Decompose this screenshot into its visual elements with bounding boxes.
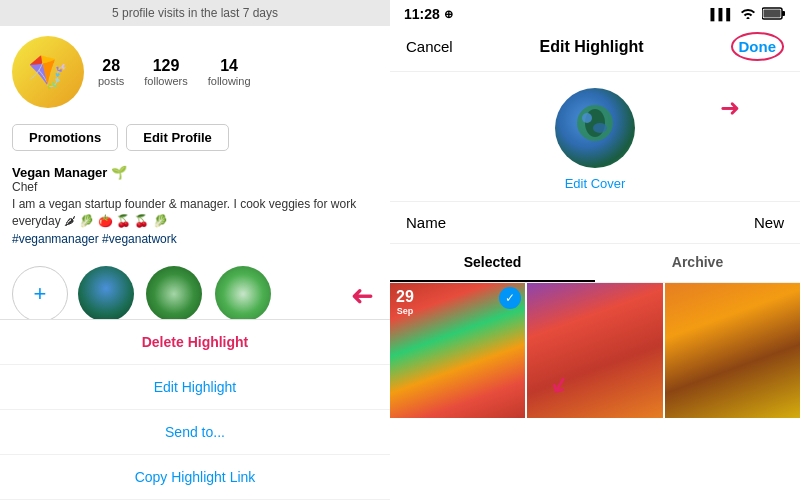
followers-number: 129 bbox=[153, 57, 180, 75]
followers-label: followers bbox=[144, 75, 187, 87]
date-month: Sep bbox=[396, 306, 414, 317]
cover-section: Edit Cover bbox=[390, 72, 800, 201]
visits-text: 5 profile visits in the last 7 days bbox=[112, 6, 278, 20]
posts-label: posts bbox=[98, 75, 124, 87]
left-panel: 5 profile visits in the last 7 days 🪁 28… bbox=[0, 0, 390, 500]
profile-tags: #veganmanager #veganatwork bbox=[12, 232, 378, 246]
following-number: 14 bbox=[220, 57, 238, 75]
following-stat: 14 following bbox=[208, 57, 251, 87]
status-icons: ▌▌▌ bbox=[711, 7, 786, 22]
profile-bio: Vegan Manager 🌱 Chef I am a vegan startu… bbox=[0, 159, 390, 256]
photo-2[interactable] bbox=[527, 283, 662, 418]
photo-1[interactable]: 29 Sep ✓ bbox=[390, 283, 525, 418]
svg-point-5 bbox=[582, 113, 592, 123]
story-circle-1 bbox=[78, 266, 134, 322]
edit-cover-label[interactable]: Edit Cover bbox=[565, 176, 626, 191]
done-button[interactable]: Done bbox=[731, 32, 785, 61]
stats-row: 28 posts 129 followers 14 following bbox=[98, 57, 378, 87]
signal-icon: ▌▌▌ bbox=[711, 8, 734, 20]
avatar-icon: 🪁 bbox=[28, 53, 68, 91]
wifi-icon bbox=[740, 7, 756, 22]
following-label: following bbox=[208, 75, 251, 87]
story-circle-new: + bbox=[12, 266, 68, 322]
avatar: 🪁 bbox=[12, 36, 84, 108]
nav-bar: Cancel Edit Highlight Done bbox=[390, 26, 800, 72]
promotions-button[interactable]: Promotions bbox=[12, 124, 118, 151]
posts-number: 28 bbox=[102, 57, 120, 75]
profile-desc: I am a vegan startup founder & manager. … bbox=[12, 196, 378, 230]
name-row: Name New bbox=[390, 201, 800, 244]
tab-selected[interactable]: Selected bbox=[390, 244, 595, 282]
action-buttons: Promotions Edit Profile bbox=[0, 118, 390, 159]
edit-highlight-item[interactable]: Edit Highlight bbox=[0, 365, 390, 410]
right-panel: 11:28 ⊕ ▌▌▌ Cancel Edit Highlight Done bbox=[390, 0, 800, 500]
status-bar: 11:28 ⊕ ▌▌▌ bbox=[390, 0, 800, 26]
time-display: 11:28 bbox=[404, 6, 440, 22]
story-circle-3 bbox=[215, 266, 271, 322]
visits-bar: 5 profile visits in the last 7 days bbox=[0, 0, 390, 26]
cover-image bbox=[555, 88, 635, 168]
photo-3[interactable] bbox=[665, 283, 800, 418]
tabs-row: Selected Archive bbox=[390, 244, 800, 283]
location-icon: ⊕ bbox=[444, 8, 453, 21]
profile-title: Chef bbox=[12, 180, 378, 194]
name-label: Name bbox=[406, 214, 446, 231]
photos-grid: 29 Sep ✓ bbox=[390, 283, 800, 500]
send-to-item[interactable]: Send to... bbox=[0, 410, 390, 455]
profile-name: Vegan Manager 🌱 bbox=[12, 165, 378, 180]
battery-icon bbox=[762, 7, 786, 22]
edit-profile-button[interactable]: Edit Profile bbox=[126, 124, 229, 151]
posts-stat: 28 posts bbox=[98, 57, 124, 87]
delete-highlight-item[interactable]: Delete Highlight bbox=[0, 320, 390, 365]
date-day: 29 bbox=[396, 287, 414, 306]
svg-rect-2 bbox=[764, 9, 781, 17]
cancel-button[interactable]: Cancel bbox=[406, 38, 453, 55]
svg-rect-1 bbox=[782, 11, 785, 16]
status-time: 11:28 ⊕ bbox=[404, 6, 453, 22]
copy-link-item[interactable]: Copy Highlight Link bbox=[0, 455, 390, 500]
date-badge: 29 Sep bbox=[396, 287, 414, 317]
svg-point-6 bbox=[593, 123, 607, 133]
plus-icon: + bbox=[34, 281, 47, 307]
profile-header: 🪁 28 posts 129 followers 14 following bbox=[0, 26, 390, 118]
nav-title: Edit Highlight bbox=[540, 38, 644, 56]
context-menu: Delete Highlight Edit Highlight Send to.… bbox=[0, 319, 390, 500]
story-circle-2 bbox=[146, 266, 202, 322]
cover-circle bbox=[555, 88, 635, 168]
tab-archive[interactable]: Archive bbox=[595, 244, 800, 282]
followers-stat: 129 followers bbox=[144, 57, 187, 87]
name-value: New bbox=[754, 214, 784, 231]
